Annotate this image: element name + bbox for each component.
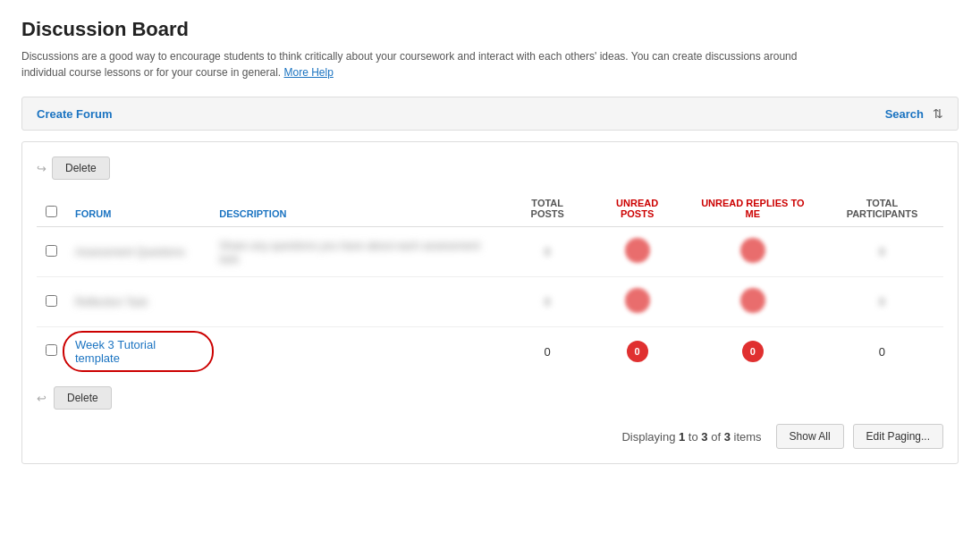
- table-row: Reflection Task 0 0: [37, 277, 943, 327]
- select-all-checkbox[interactable]: [46, 206, 57, 217]
- row3-forum-link[interactable]: Week 3 Tutorial template: [75, 338, 201, 365]
- top-delete-button[interactable]: Delete: [52, 156, 110, 180]
- row2-desc-cell: [210, 277, 505, 327]
- row3-participants-cell: 0: [821, 327, 943, 376]
- toolbar-right: Search ⇅: [885, 106, 943, 121]
- bottom-delete-button[interactable]: Delete: [54, 386, 112, 410]
- row1-unread-badge: [625, 238, 650, 263]
- top-delete-row: ↪ Delete: [37, 156, 943, 180]
- row1-desc-cell: Share any questions you have about each …: [210, 227, 505, 277]
- create-forum-button[interactable]: Create Forum: [37, 107, 113, 121]
- row1-forum-cell: Assessment Questions: [66, 227, 210, 277]
- row1-forum-link[interactable]: Assessment Questions: [75, 246, 185, 258]
- bottom-arrow-icon: ↩: [37, 392, 46, 405]
- row1-unread-posts-cell: [590, 227, 685, 277]
- paging-items-label: items: [734, 430, 762, 444]
- row3-checkbox[interactable]: [46, 344, 57, 356]
- show-all-button[interactable]: Show All: [776, 424, 844, 449]
- select-all-header: [37, 190, 66, 227]
- edit-paging-button[interactable]: Edit Paging...: [853, 424, 943, 449]
- row1-total-posts-cell: 0: [505, 227, 590, 277]
- page-wrapper: Discussion Board Discussions are a good …: [0, 0, 980, 558]
- top-arrow-icon: ↪: [37, 162, 46, 175]
- row2-checkbox-cell: [37, 277, 66, 327]
- row2-forum-link[interactable]: Reflection Task: [75, 296, 148, 309]
- row2-unread-replies-badge: [740, 288, 765, 313]
- row3-unread-posts-cell: 0: [590, 327, 685, 376]
- paging-text: Displaying 1 to 3 of 3 items: [621, 430, 761, 444]
- row2-checkbox[interactable]: [46, 295, 57, 307]
- paging-total: 3: [724, 430, 731, 444]
- row1-participants: 0: [879, 245, 885, 258]
- paging-to: 3: [701, 430, 707, 444]
- bottom-delete-row: ↩ Delete: [37, 386, 943, 410]
- row3-participants: 0: [879, 345, 885, 359]
- sort-icon[interactable]: ⇅: [933, 106, 943, 121]
- unread-replies-col-header: UNREAD REPLIES TO ME: [685, 190, 821, 227]
- row1-unread-replies-cell: [685, 227, 821, 277]
- forum-col-header: FORUM: [66, 190, 210, 227]
- search-link[interactable]: Search: [885, 107, 924, 121]
- paging-bar: Displaying 1 to 3 of 3 items Show All Ed…: [37, 424, 943, 449]
- unread-posts-col-header: UNREAD POSTS: [590, 190, 685, 227]
- table-row: Week 3 Tutorial template 0 0 0: [37, 327, 943, 376]
- toolbar: Create Forum Search ⇅: [21, 97, 959, 131]
- row3-unread-replies-cell: 0: [685, 327, 821, 376]
- row2-participants-cell: 0: [821, 277, 943, 327]
- description-col-header: DESCRIPTION: [210, 190, 505, 227]
- row2-unread-posts-cell: [590, 277, 685, 327]
- total-participants-col-header: TOTAL PARTICIPANTS: [821, 190, 943, 227]
- row2-participants: 0: [879, 295, 885, 309]
- row2-forum-cell: Reflection Task: [66, 277, 210, 327]
- row3-unread-replies-badge: 0: [742, 341, 764, 362]
- page-description: Discussions are a good way to encourage …: [21, 48, 826, 80]
- row3-unread-badge: 0: [627, 341, 648, 362]
- row1-participants-cell: 0: [821, 227, 943, 277]
- discussions-table: FORUM DESCRIPTION TOTAL POSTS UNREAD POS…: [37, 190, 943, 376]
- more-help-link[interactable]: More Help: [284, 66, 334, 79]
- row1-total-posts: 0: [545, 245, 551, 258]
- page-header: Discussion Board Discussions are a good …: [21, 18, 959, 80]
- row1-checkbox-cell: [37, 227, 66, 277]
- paging-from: 1: [679, 430, 685, 444]
- row3-forum-cell: Week 3 Tutorial template: [66, 327, 210, 376]
- table-row: Assessment Questions Share any questions…: [37, 227, 943, 277]
- row2-unread-replies-cell: [685, 277, 821, 327]
- row2-total-posts: 0: [545, 295, 551, 309]
- row1-description: Share any questions you have about each …: [219, 240, 480, 266]
- content-panel: ↪ Delete FORUM DESCRIPTION TOTAL POS: [21, 141, 959, 464]
- row3-desc-cell: [210, 327, 505, 376]
- row1-checkbox[interactable]: [46, 245, 57, 257]
- row2-total-posts-cell: 0: [505, 277, 590, 327]
- row3-total-posts: 0: [545, 345, 551, 359]
- page-title: Discussion Board: [21, 18, 959, 41]
- row1-unread-replies-badge: [740, 238, 765, 263]
- total-posts-col-header: TOTAL POSTS: [505, 190, 590, 227]
- row3-total-posts-cell: 0: [505, 327, 590, 376]
- row2-unread-badge: [625, 288, 650, 313]
